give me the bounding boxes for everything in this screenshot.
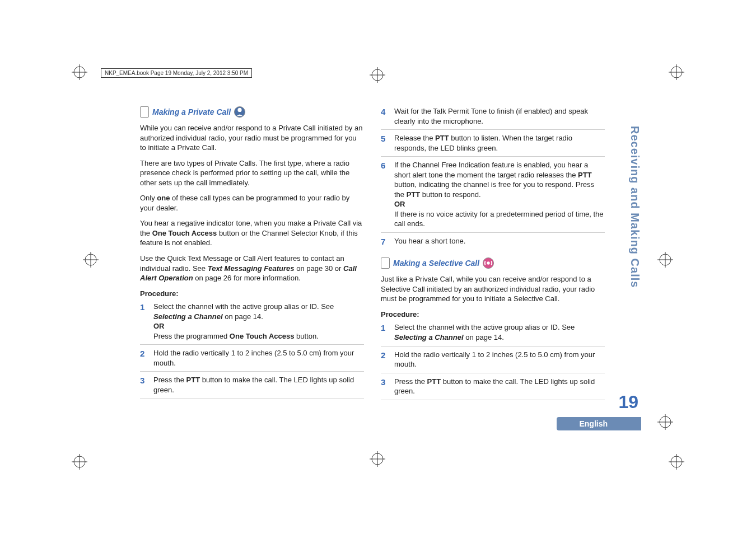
step-body-6: If the Channel Free Indication feature i… <box>394 160 605 229</box>
english-tab: English <box>557 417 641 430</box>
step-num-5: 5 <box>381 133 394 153</box>
registration-mark-icon <box>669 454 684 470</box>
registration-mark-icon <box>83 252 99 268</box>
italic-sc: Selecting a Channel <box>394 333 464 341</box>
bold-one: one <box>157 194 170 202</box>
t: on page 14. <box>464 333 504 341</box>
or: OR <box>153 322 165 330</box>
step-body-s3: Press the PTT button to make the call. T… <box>394 377 605 396</box>
step-7: 7 You hear a short tone. <box>381 236 605 251</box>
step-body-5: Release the PTT button to listen. When t… <box>394 133 605 153</box>
italic-sc: Selecting a Channel <box>153 312 223 321</box>
step-5: 5 Release the PTT button to listen. When… <box>381 133 605 157</box>
para-4: You hear a negative indicator tone, when… <box>140 218 364 248</box>
para-2: There are two types of Private Calls. Th… <box>140 158 364 188</box>
step-body-1: Select the channel with the active group… <box>153 302 364 341</box>
page-number: 19 <box>618 392 638 413</box>
t: on page 14. <box>223 312 263 321</box>
para-3: Only one of these call types can be prog… <box>140 193 364 213</box>
registration-mark-icon <box>370 451 385 467</box>
page-icon <box>381 257 390 269</box>
step-body-2: Hold the radio vertically 1 to 2 inches … <box>153 348 364 368</box>
t: Press the <box>153 376 186 384</box>
step-body-3: Press the PTT button to make the call. T… <box>153 375 364 395</box>
step-num-4: 4 <box>381 106 394 126</box>
step-body-7: You hear a short tone. <box>394 236 605 247</box>
or: OR <box>394 200 405 208</box>
step-sel-1: 1 Select the channel with the active gro… <box>381 322 605 346</box>
t: button. <box>294 332 318 340</box>
step-sel-3: 3 Press the PTT button to make the call.… <box>381 377 605 400</box>
right-column: 4 Wait for the Talk Permit Tone to finis… <box>381 106 605 404</box>
heading-selective-call: Making a Selective Call <box>393 258 479 269</box>
page-icon <box>140 106 149 118</box>
step-num-7: 7 <box>381 236 394 247</box>
para-sel-1: Just like a Private Call, while you can … <box>381 274 605 304</box>
t: on page 26 for more information. <box>193 274 301 282</box>
step-body-s1: Select the channel with the active group… <box>394 322 605 342</box>
section-heading-private-call: Making a Private Call <box>140 106 364 118</box>
heading-private-call: Making a Private Call <box>152 107 231 118</box>
para-5: Use the Quick Text Message or Call Alert… <box>140 254 364 283</box>
t: of these call types can be programmed to… <box>140 194 349 212</box>
bold-ptt: PTT <box>407 190 421 199</box>
bold-ptt: PTT <box>578 171 592 179</box>
step-1: 1 Select the channel with the active gro… <box>140 302 364 345</box>
step-num-1: 1 <box>140 302 153 341</box>
registration-mark-icon <box>657 414 673 430</box>
t: Select the channel with the active group… <box>394 323 575 331</box>
registration-mark-icon <box>657 252 673 268</box>
step-2: 2 Hold the radio vertically 1 to 2 inche… <box>140 348 364 372</box>
step-num-6: 6 <box>381 160 394 229</box>
step-body-s2: Hold the radio vertically 1 to 2 inches … <box>394 350 605 369</box>
step-6: 6 If the Channel Free Indication feature… <box>381 160 605 233</box>
side-tab: Receiving and Making Calls <box>619 126 641 288</box>
t: Only <box>140 194 157 202</box>
person-icon <box>234 106 245 118</box>
step-num-s3: 3 <box>381 377 394 396</box>
bold-ptt: PTT <box>427 377 441 386</box>
bold-ptt: PTT <box>435 134 449 142</box>
t: If the Channel Free Indication feature i… <box>394 161 588 179</box>
bold-ptt: PTT <box>186 376 200 384</box>
t: button to respond. <box>420 190 480 199</box>
step-sel-2: 2 Hold the radio vertically 1 to 2 inche… <box>381 350 605 373</box>
step-3: 3 Press the PTT button to make the call.… <box>140 375 364 399</box>
step-body-4: Wait for the Talk Permit Tone to finish … <box>394 106 605 126</box>
svg-point-1 <box>487 262 489 265</box>
t: Select the channel with the active group… <box>153 302 334 311</box>
italic-tmf: Text Messaging Features <box>208 264 295 273</box>
registration-mark-icon <box>72 454 87 470</box>
content-area: Making a Private Call While you can rece… <box>140 106 608 404</box>
header-text: NKP_EMEA.book Page 19 Monday, July 2, 20… <box>105 70 248 76</box>
page-header: NKP_EMEA.book Page 19 Monday, July 2, 20… <box>101 68 252 78</box>
bold-ota2: One Touch Access <box>230 332 295 340</box>
registration-mark-icon <box>370 67 385 83</box>
procedure-label-2: Procedure: <box>381 310 605 320</box>
para-1: While you can receive and/or respond to … <box>140 123 364 153</box>
step-num-s1: 1 <box>381 322 394 342</box>
t: on page 30 or <box>295 264 343 273</box>
antenna-icon <box>483 257 494 269</box>
registration-mark-icon <box>72 64 87 80</box>
registration-mark-icon <box>669 64 684 80</box>
svg-point-0 <box>237 108 241 112</box>
step-num-3: 3 <box>140 375 153 395</box>
step-num-2: 2 <box>140 348 153 368</box>
procedure-label: Procedure: <box>140 289 364 299</box>
t: Release the <box>394 134 435 142</box>
t: Press the programmed <box>153 332 230 340</box>
step-num-s2: 2 <box>381 350 394 369</box>
step-4: 4 Wait for the Talk Permit Tone to finis… <box>381 106 605 130</box>
t: If there is no voice activity for a pred… <box>394 210 604 228</box>
left-column: Making a Private Call While you can rece… <box>140 106 364 404</box>
bold-ota: One Touch Access <box>152 229 217 237</box>
section-heading-selective-call: Making a Selective Call <box>381 257 605 269</box>
t: Press the <box>394 377 427 386</box>
